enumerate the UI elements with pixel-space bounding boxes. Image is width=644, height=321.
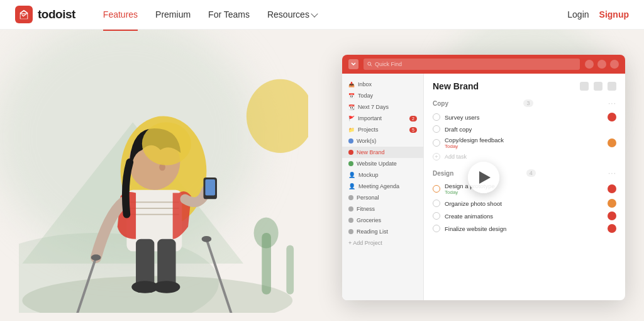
sidebar-item-works[interactable]: Work(s) (342, 135, 423, 147)
nav-for-teams[interactable]: For Teams (201, 7, 257, 22)
members-icon[interactable] (594, 82, 602, 91)
task-finalize-website-design[interactable]: Finalize website design (433, 222, 616, 235)
projects-badge: 5 (409, 127, 417, 133)
task-text: Create animations (445, 213, 603, 220)
nav-resources[interactable]: Resources (260, 7, 325, 22)
logo-icon (15, 6, 33, 23)
task-text: Organize photo shoot (445, 200, 603, 207)
task-avatar (608, 138, 616, 147)
sidebar-item-mockup[interactable]: 👤 Mockup (342, 169, 423, 181)
newbrand-dot (348, 150, 353, 155)
app-search[interactable]: Quick Find (364, 59, 580, 70)
hero-section: Quick Find 📥 Inbox 📅 Today (0, 30, 644, 321)
resources-chevron-icon (311, 10, 318, 17)
task-survey-users[interactable]: Survey users (433, 111, 616, 123)
sidebar-item-next7days[interactable]: 📆 Next 7 Days (342, 101, 423, 113)
task-date: Today (445, 144, 603, 149)
svg-rect-13 (205, 179, 215, 195)
search-placeholder: Quick Find (375, 61, 402, 67)
sidebar-item-websiteupdate[interactable]: Website Update (342, 158, 423, 169)
sidebar-item-important[interactable]: 🚩 Important 2 (342, 113, 423, 124)
sidebar-item-inbox[interactable]: 📥 Inbox (342, 79, 423, 90)
task-avatar (608, 113, 616, 121)
task-circle (433, 139, 440, 147)
add-task-copy[interactable]: + Add task (433, 151, 616, 162)
task-text: Copy/design feedback (445, 137, 603, 144)
header-icon-1[interactable] (585, 60, 594, 69)
nav-features[interactable]: Features (96, 7, 145, 22)
task-date: Today (445, 189, 603, 195)
task-text: Survey users (445, 114, 603, 121)
app-header-icons (585, 60, 619, 69)
design-section: Design 4 ··· Design a prototype Today (433, 169, 616, 235)
app-main-header: New Brand (433, 81, 616, 91)
task-circle (433, 185, 440, 193)
more-icon[interactable] (608, 82, 616, 91)
sidebar-item-readinglist[interactable]: Reading List (342, 226, 423, 237)
app-main-action-icons (580, 82, 616, 91)
personal-dot (348, 195, 353, 200)
svg-line-26 (370, 65, 372, 66)
app-main: New Brand Copy 3 ··· (424, 74, 625, 300)
svg-point-20 (202, 236, 212, 242)
sidebar-item-groceries[interactable]: Groceries (342, 215, 423, 226)
header-icon-2[interactable] (597, 60, 606, 69)
copy-section-title: Copy (433, 100, 448, 107)
logo[interactable]: todoist (15, 6, 75, 23)
logo-text: todoist (38, 8, 75, 21)
task-draft-copy[interactable]: Draft copy (433, 123, 616, 135)
sidebar-item-today[interactable]: 📅 Today (342, 90, 423, 101)
task-organize-photo-shoot[interactable]: Organize photo shoot (433, 197, 616, 210)
task-create-animations[interactable]: Create animations (433, 210, 616, 222)
login-link[interactable]: Login (567, 9, 589, 20)
header-icon-3[interactable] (610, 60, 619, 69)
sidebar-item-projects[interactable]: 📁 Projects 5 (342, 124, 423, 135)
svg-point-11 (153, 281, 180, 293)
nav-links: Features Premium For Teams Resources (96, 7, 567, 22)
copy-section-more[interactable]: ··· (608, 99, 616, 108)
task-text: Design a prototype (445, 183, 603, 189)
play-icon (479, 171, 491, 184)
task-avatar (608, 199, 616, 208)
app-logo-small (348, 59, 358, 69)
sidebar-item-newbrand[interactable]: New Brand (342, 147, 423, 158)
play-button[interactable] (468, 162, 499, 193)
task-avatar (608, 224, 616, 233)
task-avatar (608, 184, 616, 193)
hiker-illustration (0, 30, 327, 321)
task-circle (433, 113, 440, 121)
signup-link[interactable]: Signup (599, 9, 629, 20)
task-copy-design-feedback[interactable]: Copy/design feedback Today (433, 135, 616, 151)
app-header: Quick Find (342, 55, 625, 74)
add-project-button[interactable]: + Add Project (342, 237, 423, 249)
hiker-svg (19, 48, 308, 313)
sidebar-item-fitness[interactable]: Fitness (342, 203, 423, 215)
task-design-prototype[interactable]: Design a prototype Today (433, 181, 616, 197)
svg-point-24 (247, 79, 308, 153)
app-main-title: New Brand (433, 81, 479, 91)
svg-point-22 (254, 218, 279, 249)
svg-point-19 (91, 254, 101, 261)
svg-rect-23 (286, 245, 294, 295)
task-circle (433, 125, 440, 133)
app-screenshot: Quick Find 📥 Inbox 📅 Today (342, 55, 625, 300)
sidebar-item-meetingagenda[interactable]: 👤 Meeting Agenda (342, 181, 423, 192)
sidebar-item-personal[interactable]: Personal (342, 192, 423, 203)
websiteupdate-dot (348, 161, 353, 166)
design-section-count: 4 (526, 169, 536, 177)
navbar: todoist Features Premium For Teams Resou… (0, 0, 644, 30)
groceries-dot (348, 218, 353, 223)
task-text: Draft copy (445, 126, 616, 133)
app-sidebar: 📥 Inbox 📅 Today 📆 Next 7 Days 🚩 Importan… (342, 74, 424, 300)
nav-premium[interactable]: Premium (148, 7, 198, 22)
design-section-header: Design 4 ··· (433, 169, 616, 177)
fitness-dot (348, 206, 353, 211)
svg-point-25 (368, 62, 371, 65)
nav-right: Login Signup (567, 9, 629, 20)
design-section-more[interactable]: ··· (608, 169, 616, 177)
copy-section: Copy 3 ··· Survey users Draft copy (433, 99, 616, 162)
add-task-icon: + (433, 153, 440, 160)
comment-icon[interactable] (580, 82, 589, 91)
task-circle (433, 200, 440, 207)
task-circle (433, 225, 440, 232)
